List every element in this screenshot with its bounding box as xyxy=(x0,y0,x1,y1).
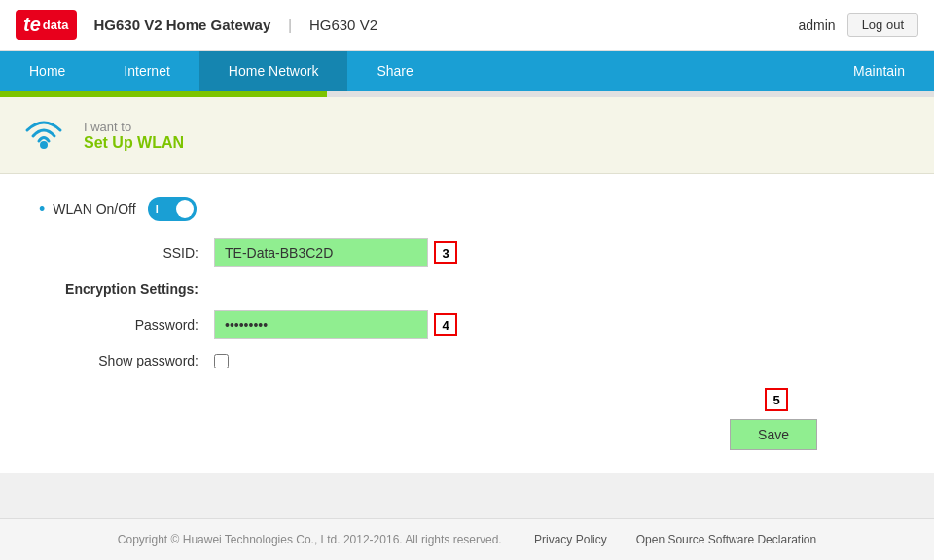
password-step-badge: 4 xyxy=(434,313,457,336)
i-want-to-label: I want to xyxy=(84,120,184,134)
header-right: admin Log out xyxy=(798,13,918,37)
content-area: • WLAN On/Off I SSID: 3 Encryption Setti… xyxy=(0,174,934,473)
toggle-on-label: I xyxy=(156,203,159,215)
show-password-row: Show password: xyxy=(39,353,895,368)
header-title: HG630 V2 Home Gateway xyxy=(94,17,271,33)
save-button[interactable]: Save xyxy=(730,419,817,450)
ssid-input-wrapper: 3 xyxy=(214,238,457,267)
header-subtitle: HG630 V2 xyxy=(309,17,377,33)
show-password-checkbox[interactable] xyxy=(214,354,229,368)
nav-item-home[interactable]: Home xyxy=(0,51,94,91)
page-header: I want to Set Up WLAN xyxy=(0,97,934,174)
ssid-input[interactable] xyxy=(214,238,428,267)
password-row: Password: 4 xyxy=(39,310,895,339)
password-input-wrapper: 4 xyxy=(214,310,457,339)
wlan-bullet: • xyxy=(39,199,45,220)
password-label: Password: xyxy=(39,317,214,332)
encryption-label: Encryption Settings: xyxy=(39,281,214,297)
wlan-toggle-switch[interactable]: I xyxy=(148,197,197,221)
header: te data HG630 V2 Home Gateway | HG630 V2… xyxy=(0,0,934,51)
wifi-icon xyxy=(19,111,68,159)
ssid-label: SSID: xyxy=(39,245,214,261)
nav-item-internet[interactable]: Internet xyxy=(94,51,198,91)
logo-box: te data xyxy=(16,10,77,40)
show-password-label: Show password: xyxy=(39,353,214,368)
nav-item-maintain[interactable]: Maintain xyxy=(824,51,934,91)
svg-point-0 xyxy=(40,141,48,149)
header-divider: | xyxy=(288,18,292,33)
save-area: 5 Save xyxy=(39,388,895,450)
open-source-link[interactable]: Open Source Software Declaration xyxy=(636,533,816,546)
password-input[interactable] xyxy=(214,310,428,339)
footer-copyright: Copyright © Huawei Technologies Co., Ltd… xyxy=(118,533,502,546)
wlan-on-off-label: WLAN On/Off xyxy=(53,201,135,217)
ssid-row: SSID: 3 xyxy=(39,238,895,267)
nav-bar: Home Internet Home Network Share Maintai… xyxy=(0,51,934,91)
encryption-row: Encryption Settings: xyxy=(39,281,895,297)
logo-area: te data HG630 V2 Home Gateway | HG630 V2 xyxy=(16,10,377,40)
save-step-badge: 5 xyxy=(765,388,788,411)
logo-te: te xyxy=(23,14,41,36)
privacy-policy-link[interactable]: Privacy Policy xyxy=(534,533,607,546)
logout-button[interactable]: Log out xyxy=(847,13,918,37)
nav-item-share[interactable]: Share xyxy=(347,51,442,91)
page-header-text: I want to Set Up WLAN xyxy=(84,120,184,152)
ssid-step-badge: 3 xyxy=(434,241,457,264)
footer-links: Privacy Policy Open Source Software Decl… xyxy=(534,533,816,546)
admin-label: admin xyxy=(798,18,835,33)
nav-spacer xyxy=(443,51,824,91)
nav-item-home-network[interactable]: Home Network xyxy=(199,51,348,91)
wlan-toggle-row: • WLAN On/Off I xyxy=(39,197,895,221)
setup-wlan-label: Set Up WLAN xyxy=(84,134,184,152)
toggle-knob xyxy=(176,200,194,218)
footer: Copyright © Huawei Technologies Co., Ltd… xyxy=(0,518,934,560)
logo-data: data xyxy=(43,18,69,32)
save-badge-wrapper: 5 Save xyxy=(730,388,817,450)
